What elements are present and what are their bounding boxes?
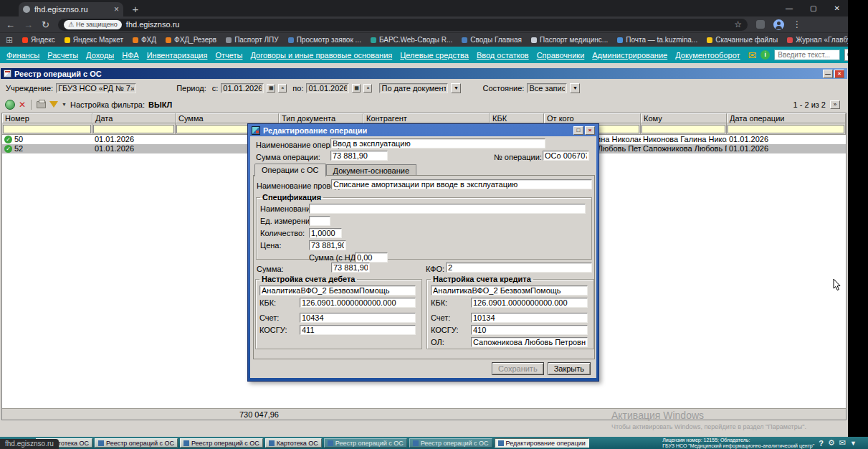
forward-icon[interactable]: → — [24, 19, 33, 30]
bookmark-item[interactable]: Яндекс — [22, 36, 55, 44]
spec-price-field[interactable] — [309, 240, 346, 250]
info-icon[interactable]: i — [760, 50, 770, 60]
menu-item-otchety[interactable]: Отчеты — [215, 51, 242, 60]
bookmark-item[interactable]: Яндекс Маркет — [65, 36, 123, 44]
dialog-restore-button[interactable]: □ — [573, 126, 583, 135]
menu-item-finansy[interactable]: Финансы — [6, 51, 39, 60]
date-from-field[interactable] — [221, 83, 264, 93]
institution-field[interactable] — [56, 83, 136, 93]
registry-title-bar[interactable]: Реестр операций с ОС — × — [1, 68, 847, 79]
state-select[interactable] — [527, 83, 567, 93]
entry-name-field[interactable] — [331, 179, 592, 189]
bookmark-item[interactable]: Скачанные файлы — [707, 36, 778, 44]
save-button[interactable]: Сохранить — [492, 362, 544, 375]
taskbar-button[interactable]: Реестр операций с ОС — [95, 438, 178, 448]
menu-item-raschety[interactable]: Расчеты — [47, 51, 78, 60]
menu-item-dokumentooborot[interactable]: Документооборот — [675, 51, 740, 60]
column-header-kontragent[interactable]: Контрагент — [363, 113, 490, 123]
credit-account-field[interactable] — [471, 313, 588, 323]
menu-item-administrirovanie[interactable]: Администрирование — [592, 51, 667, 60]
column-header-nomer[interactable]: Номер — [2, 113, 92, 123]
bookmark-item[interactable]: Паспорт ЛПУ — [226, 36, 279, 44]
menu-item-vvod-ostatkov[interactable]: Ввод остатков — [477, 51, 529, 60]
search-input[interactable] — [774, 49, 840, 60]
menu-item-celevye-sredstva[interactable]: Целевые средства — [400, 51, 469, 60]
spec-name-field[interactable] — [309, 204, 586, 214]
menu-item-inventarizaciya[interactable]: Инвентаризация — [147, 51, 208, 60]
bookmark-item[interactable]: БАРС.Web-Своды R... — [371, 36, 452, 44]
debit-account-field[interactable] — [300, 313, 416, 323]
taskbar-button[interactable]: Реестр операций с ОС — [324, 438, 407, 448]
spec-unit-field[interactable] — [309, 216, 330, 226]
column-header-data[interactable]: Дата — [92, 113, 176, 123]
debit-kosgu-field[interactable] — [300, 325, 416, 335]
date-to-field[interactable] — [306, 83, 349, 93]
profile-avatar[interactable] — [773, 19, 784, 30]
credit-kosgu-field[interactable] — [471, 325, 588, 335]
taskbar-button-active[interactable]: Редактирование операции — [495, 438, 589, 448]
refresh-ball-icon[interactable] — [5, 100, 15, 110]
column-filter-input[interactable] — [93, 125, 174, 133]
op-number-field[interactable] — [543, 151, 589, 161]
registry-close-button[interactable]: × — [834, 70, 844, 78]
tab-close-icon[interactable]: × — [114, 4, 119, 14]
clear-date-icon[interactable]: × — [363, 84, 372, 93]
taskbar-button[interactable]: Реестр операций с ОС — [180, 438, 263, 448]
chevron-down-icon[interactable]: ▼ — [570, 83, 580, 93]
menu-item-dohody[interactable]: Доходы — [86, 51, 114, 60]
menu-item-dogovory[interactable]: Договоры и иные правовые основания — [250, 51, 392, 60]
debit-kbk-field[interactable] — [300, 298, 416, 308]
mail-icon[interactable]: ✉ — [839, 438, 846, 448]
debit-analytics-field[interactable] — [259, 285, 416, 296]
gear-icon[interactable]: ⚙ — [828, 438, 835, 448]
chevron-down-icon[interactable]: ▼ — [451, 83, 461, 93]
spec-qty-field[interactable] — [309, 228, 342, 238]
help-icon[interactable]: ? — [819, 439, 824, 448]
chevron-down-icon[interactable]: ▼ — [62, 102, 67, 107]
bookmark-item[interactable]: Паспорт медицинс... — [531, 36, 608, 44]
filter-state-value[interactable]: ВЫКЛ — [148, 100, 172, 109]
calendar-icon[interactable]: ▦ — [267, 84, 275, 93]
credit-analytics-field[interactable] — [431, 285, 588, 296]
filter-icon[interactable] — [49, 101, 58, 108]
refresh-icon[interactable]: ↻ — [42, 19, 49, 30]
column-filter-input[interactable] — [728, 125, 844, 133]
bookmark-item[interactable]: ФХД_Резерв — [166, 36, 216, 44]
menu-item-spravochniki[interactable]: Справочники — [537, 51, 585, 60]
bookmark-item[interactable]: Журнал «Главбух»... — [787, 36, 848, 44]
security-badge[interactable]: ⚠ Не защищено — [64, 20, 122, 29]
spec-sum-nds-field[interactable] — [355, 252, 388, 263]
column-header-komu[interactable]: Кому — [641, 113, 727, 123]
credit-kbk-field[interactable] — [471, 298, 588, 308]
mail-icon[interactable]: ✉ — [748, 49, 757, 61]
credit-ol-field[interactable] — [471, 337, 588, 347]
column-filter-input[interactable] — [3, 125, 91, 133]
filter-settings-label[interactable]: Настройка фильтра: — [70, 100, 145, 109]
date-mode-select[interactable] — [379, 83, 448, 93]
taskbar-button[interactable]: Картотека ОС — [265, 438, 322, 448]
column-header-ot-kogo[interactable]: От кого — [544, 113, 641, 123]
url-field[interactable]: ⚠ Не защищено fhd.egisznso.ru ☆ — [58, 19, 748, 31]
bookmark-item[interactable]: Своды Главная — [462, 36, 522, 44]
bookmark-item[interactable]: ФХД — [133, 36, 156, 44]
bookmark-star-icon[interactable]: ☆ — [734, 19, 742, 29]
browser-tab[interactable]: fhd.egisznso.ru × — [19, 2, 123, 16]
new-tab-button[interactable]: + — [129, 3, 142, 15]
column-header-summa[interactable]: Сумма — [176, 113, 279, 123]
delete-icon[interactable]: ✕ — [19, 100, 26, 110]
calendar-icon[interactable]: ▦ — [352, 84, 361, 93]
kfo-field[interactable] — [446, 263, 592, 273]
bookmark-item[interactable]: Просмотр заявок ... — [288, 36, 361, 44]
menu-item-nfa[interactable]: НФА — [122, 51, 138, 60]
column-header-kbk[interactable]: КБК — [490, 113, 544, 123]
extension-icon[interactable] — [756, 20, 765, 29]
dialog-close-button[interactable]: × — [585, 126, 595, 135]
browser-menu-icon[interactable]: ⋮ — [793, 19, 801, 29]
dialog-title-bar[interactable]: Редактирование операции □ × — [250, 125, 596, 136]
clear-date-icon[interactable]: × — [278, 84, 287, 93]
print-icon[interactable] — [37, 101, 46, 108]
window-maximize-button[interactable]: ▢ — [810, 4, 816, 12]
taskbar-button[interactable]: Реестр операций с ОС — [409, 438, 492, 448]
window-minimize-button[interactable]: — — [786, 4, 793, 12]
column-filter-input[interactable] — [642, 125, 725, 133]
